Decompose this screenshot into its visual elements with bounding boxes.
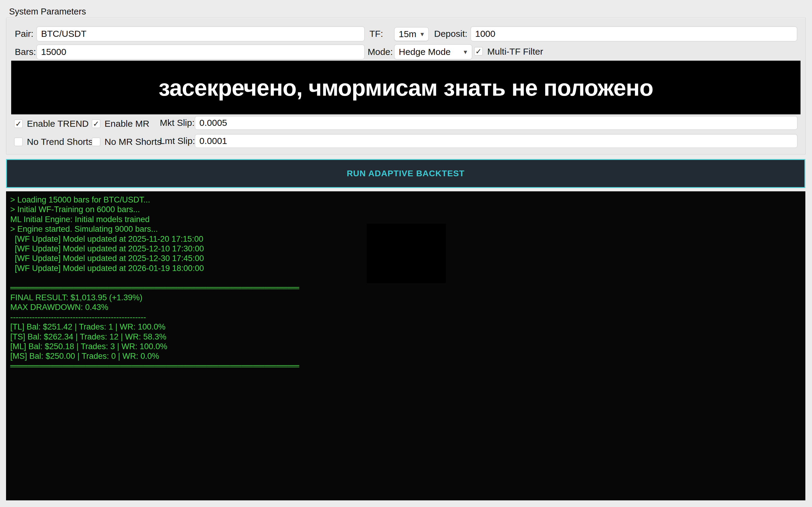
backtest-log-console: > Loading 15000 bars for BTC/USDT...> In… [6, 191, 805, 500]
run-adaptive-backtest-button[interactable]: RUN ADAPTIVE BACKTEST [6, 159, 805, 188]
mode-selected-value: Hedge Mode [399, 47, 451, 57]
enable-trend-checkbox[interactable] [14, 119, 23, 128]
checkmark-icon [14, 120, 22, 128]
chevron-down-icon: ▼ [462, 49, 468, 55]
no-trend-shorts-label: No Trend Shorts [27, 135, 93, 149]
log-line: > Loading 15000 bars for BTC/USDT... [10, 195, 801, 205]
tf-label: TF: [369, 26, 383, 42]
classified-banner-text: засекречено, чмормисам знать не положено [159, 74, 653, 101]
redacted-overlay [367, 224, 446, 283]
deposit-label: Deposit: [434, 26, 467, 42]
checkmark-icon [92, 138, 100, 146]
chevron-down-icon: ▼ [419, 32, 425, 37]
enable-trend-label: Enable TREND [27, 117, 89, 131]
mkt-slip-input[interactable] [195, 116, 798, 130]
multi-tf-filter-checkbox[interactable] [474, 47, 483, 56]
log-line: [TS] Bal: $262.34 | Trades: 12 | WR: 58.… [10, 332, 801, 342]
lmt-slip-input[interactable] [195, 134, 798, 148]
mode-label: Mode: [368, 44, 393, 60]
no-mr-shorts-label: No MR Shorts [105, 135, 161, 149]
enable-mr-label: Enable MR [105, 117, 149, 131]
pair-label: Pair: [15, 26, 34, 42]
classified-banner: засекречено, чмормисам знать не положено [11, 61, 801, 114]
log-line: ════════════════════════════════════════… [10, 283, 801, 293]
tf-select[interactable]: 15m ▼ [394, 27, 429, 41]
enable-mr-checkbox[interactable] [92, 119, 100, 128]
log-line: [TL] Bal: $251.42 | Trades: 1 | WR: 100.… [10, 322, 801, 332]
no-trend-shorts-checkbox[interactable] [14, 137, 23, 146]
checkmark-icon [474, 47, 483, 55]
log-line: > Initial WF-Training on 6000 bars... [10, 205, 801, 214]
deposit-input[interactable] [471, 26, 797, 41]
log-line: FINAL RESULT: $1,013.95 (+1.39%) [10, 293, 801, 302]
mode-select[interactable]: Hedge Mode ▼ [394, 44, 472, 59]
log-line: ML Initial Engine: Initial models traine… [10, 215, 801, 224]
log-line: [ML] Bal: $250.18 | Trades: 3 | WR: 100.… [10, 342, 801, 351]
bars-input[interactable] [37, 44, 365, 59]
run-button-label: RUN ADAPTIVE BACKTEST [347, 169, 465, 178]
log-line: MAX DRAWDOWN: 0.43% [10, 302, 801, 312]
system-parameters-title: System Parameters [9, 7, 86, 17]
pair-input[interactable] [37, 26, 365, 41]
multi-tf-filter-label: Multi-TF Filter [487, 45, 543, 59]
backtest-app-window: System Parameters Pair: TF: 15m ▼ Deposi… [0, 0, 812, 507]
lmt-slip-label: Lmt Slip: [160, 134, 195, 148]
log-line: [MS] Bal: $250.00 | Trades: 0 | WR: 0.0% [10, 351, 801, 361]
mkt-slip-label: Mkt Slip: [160, 116, 195, 130]
log-line: ════════════════════════════════════════… [10, 361, 801, 371]
checkmark-icon [92, 120, 100, 128]
no-mr-shorts-checkbox[interactable] [92, 137, 100, 146]
checkmark-icon [14, 138, 22, 146]
bars-label: Bars: [15, 44, 36, 60]
tf-selected-value: 15m [399, 29, 416, 39]
system-parameters-group: Pair: TF: 15m ▼ Deposit: Bars: Mode: Hed… [6, 17, 806, 155]
log-line: ----------------------------------------… [10, 313, 801, 322]
